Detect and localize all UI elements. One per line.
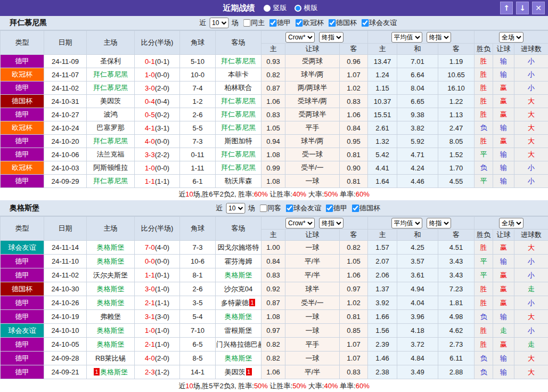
- fulltime-score: 0-0: [145, 257, 155, 265]
- average-time-select[interactable]: 终指: [427, 32, 451, 43]
- match-date: 24-10-31: [44, 95, 87, 108]
- titlebar: 近期战绩 竖版 横版 ↑ ↓ ✕: [0, 0, 548, 16]
- sub-header-result: 胜负: [475, 44, 493, 55]
- odds-home: 1.08: [261, 175, 285, 188]
- col-header-date: 日期: [44, 217, 87, 241]
- corners: 7-4: [180, 81, 216, 95]
- match-date: 24-10-24: [44, 121, 87, 135]
- match-row: 德甲24-10-20拜仁慕尼黑4-0(0-0)7-3斯图加特0.94球半/两0.…: [1, 135, 548, 148]
- league-filter-1-checkbox[interactable]: [325, 205, 333, 212]
- odds-company-select[interactable]: Crow*: [285, 32, 315, 43]
- score: 0-5(0-2): [135, 108, 180, 121]
- same-side-filter[interactable]: 同主: [243, 18, 265, 28]
- match-row: 德国杯24-10-31美因茨0-4(0-4)1-2拜仁慕尼黑1.06受球半/两0…: [1, 95, 548, 108]
- average-select[interactable]: 平均值: [391, 218, 422, 228]
- move-up-button[interactable]: ↑: [500, 2, 513, 14]
- league-filter-2[interactable]: 德国杯: [351, 203, 380, 213]
- match-row: 德甲24-11-09圣保利0-1(0-1)5-10拜仁慕尼黑0.93受两球0.9…: [1, 55, 548, 68]
- same-side-filter[interactable]: 同客: [259, 203, 281, 213]
- team-name-text: 斯图加特: [225, 137, 252, 145]
- handicap-line: 球半/两: [285, 135, 340, 148]
- team-name-text: 美因茨: [225, 368, 246, 376]
- league-filter-0[interactable]: 德甲: [269, 18, 291, 28]
- league-filter-2-checkbox[interactable]: [328, 19, 336, 27]
- odds-home: 1.05: [261, 121, 285, 135]
- scope-select[interactable]: 全场: [499, 218, 524, 228]
- odds-away: 1.05: [340, 255, 368, 268]
- league-filter-1-checkbox[interactable]: [295, 19, 302, 27]
- odds-time-select[interactable]: 终指: [319, 218, 343, 228]
- avg-draw: 3.72: [397, 338, 438, 352]
- avg-draw: 3.82: [397, 121, 438, 135]
- move-down-button[interactable]: ↓: [516, 2, 529, 14]
- league-filter-3[interactable]: 球会友谊: [361, 18, 397, 28]
- league-badge: 德甲: [1, 310, 44, 324]
- away-team: 沙尔克04: [216, 282, 261, 296]
- horizontal-radio-input[interactable]: [295, 5, 301, 12]
- league-filter-0-checkbox[interactable]: [285, 205, 293, 212]
- league-filter-1[interactable]: 德甲: [325, 203, 347, 213]
- col-header-away: 客场: [216, 31, 261, 55]
- league-filter-3-checkbox[interactable]: [361, 19, 369, 27]
- layout-radio-horizontal[interactable]: 横版: [295, 3, 318, 13]
- result-win-loss: 负: [475, 121, 493, 135]
- odds-company-select[interactable]: Crow*: [285, 218, 315, 228]
- vertical-radio-input[interactable]: [264, 5, 271, 12]
- league-filter-0-checkbox[interactable]: [269, 19, 276, 27]
- odds-time-select[interactable]: 终指: [319, 32, 343, 43]
- odds-home: 1.08: [261, 310, 285, 324]
- sub-header-handicap-res: 让球: [493, 44, 514, 55]
- match-date: 24-11-07: [44, 68, 87, 81]
- match-date: 24-10-10: [44, 324, 87, 338]
- league-filter-2-checkbox[interactable]: [351, 205, 359, 212]
- result-handicap: 赢: [493, 95, 514, 108]
- result-goals: 大: [514, 108, 548, 121]
- corners: 2-6: [180, 282, 216, 296]
- match-count-select[interactable]: 10: [226, 203, 245, 214]
- scope-select[interactable]: 全场: [499, 32, 524, 43]
- average-time-select[interactable]: 终指: [427, 218, 451, 228]
- avg-away: 3.43: [438, 255, 475, 268]
- filter-controls: 近10场同客球会友谊德甲德国杯: [216, 203, 380, 214]
- result-handicap: 走: [493, 324, 514, 338]
- same-side-filter-checkbox[interactable]: [243, 19, 250, 27]
- league-filter-0[interactable]: 球会友谊: [285, 203, 321, 213]
- odds-home: 0.84: [261, 255, 285, 268]
- away-team: 美因茨1: [216, 365, 261, 379]
- col-header-away: 客场: [216, 217, 261, 241]
- avg-away: 1.22: [438, 95, 475, 108]
- league-badge: 德甲: [1, 352, 44, 365]
- match-row: 球会友谊24-11-14奥格斯堡7-0(4-0)7-3因戈尔施塔特1.00一球0…: [1, 241, 548, 255]
- team-name-text: 奥格斯堡: [100, 368, 128, 376]
- league-filter-2[interactable]: 德国杯: [328, 18, 357, 28]
- same-side-filter-checkbox[interactable]: [259, 205, 267, 212]
- odds-away: 1.06: [340, 268, 368, 282]
- summary-label: 大率:: [306, 381, 324, 391]
- avg-away: 1.13: [438, 108, 475, 121]
- titlebar-buttons: ↑ ↓ ✕: [500, 2, 545, 14]
- league-badge: 德甲: [1, 255, 44, 268]
- summary-label: 近: [178, 190, 185, 199]
- avg-away: 4.55: [438, 175, 475, 188]
- match-count-select[interactable]: 10: [209, 18, 228, 28]
- home-team: 阿斯顿维拉: [87, 161, 135, 175]
- handicap-line: 平手: [285, 121, 340, 135]
- avg-away: 3.43: [438, 268, 475, 282]
- handicap-line: 受半/一: [285, 296, 340, 310]
- close-button[interactable]: ✕: [532, 2, 545, 14]
- result-handicap: 输: [493, 255, 514, 268]
- match-date: 24-10-03: [44, 161, 87, 175]
- avg-home: 4.41: [368, 161, 397, 175]
- team-name-text: 巴塞罗那: [97, 124, 125, 132]
- layout-radio-vertical[interactable]: 竖版: [264, 3, 287, 13]
- league-badge: 德甲: [1, 268, 44, 282]
- team-name-text: 雷根斯堡: [225, 326, 252, 334]
- league-filter-0-label: 球会友谊: [293, 203, 321, 213]
- section-header: 奥格斯堡 近10场同客球会友谊德甲德国杯: [0, 200, 548, 216]
- average-select[interactable]: 平均值: [391, 32, 422, 43]
- odds-home: 0.87: [261, 81, 285, 95]
- result-handicap: 赢: [493, 268, 514, 282]
- fulltime-score: 1-1: [145, 271, 155, 279]
- league-filter-1[interactable]: 欧冠杯: [295, 18, 324, 28]
- team-name-text: 拜仁慕尼黑: [221, 164, 256, 172]
